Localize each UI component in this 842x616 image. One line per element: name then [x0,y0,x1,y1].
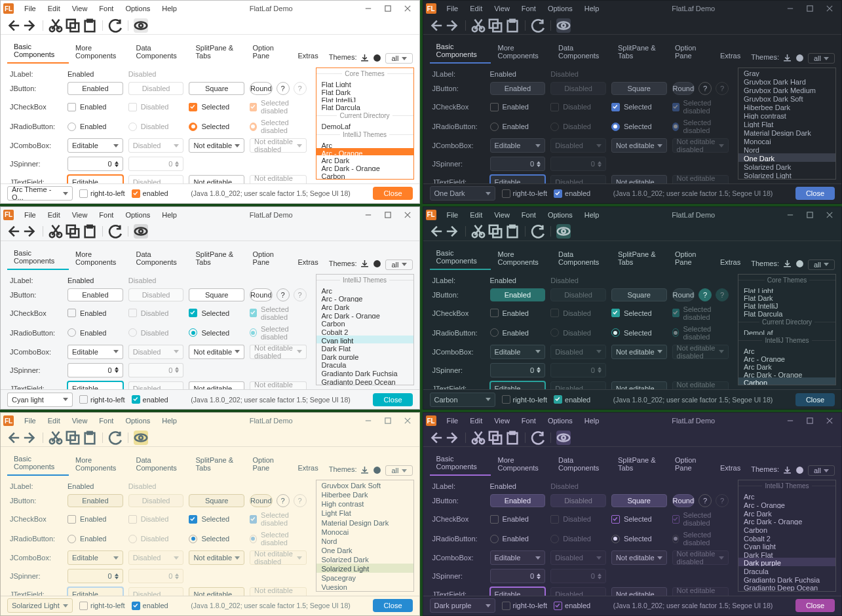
theme-item[interactable]: Nord [316,536,413,545]
rtl-checkbox[interactable]: right-to-left [79,602,125,610]
menu-view[interactable]: View [489,210,515,220]
theme-item[interactable]: Light Flat [316,508,413,517]
github-icon[interactable] [373,54,381,64]
back-icon[interactable] [6,224,20,239]
combo-editable[interactable]: Editable [490,138,546,153]
checkbox-enabled[interactable]: Enabled [490,515,546,524]
checkbox-selected[interactable]: Selected [611,103,667,111]
tab-2[interactable]: Data Components [129,453,189,476]
cut-icon[interactable] [471,224,486,239]
maximize-icon[interactable] [801,2,819,15]
combo-editable[interactable]: Editable [67,345,123,359]
theme-item[interactable]: Arc Dark - Orange [316,163,413,171]
round-button[interactable]: Round [672,82,695,95]
back-icon[interactable] [429,18,443,33]
checkbox-selected[interactable]: Selected [611,309,667,317]
refresh-icon[interactable] [531,18,545,33]
tab-1[interactable]: More Components [491,41,552,64]
help-button-1[interactable]: ? [277,82,290,95]
rtl-checkbox[interactable]: right-to-left [502,189,548,198]
theme-item[interactable]: Flat IntelliJ [738,301,835,309]
theme-item[interactable]: Arc - Orange [738,500,835,509]
forward-icon[interactable] [446,224,460,239]
enabled-button[interactable]: Enabled [67,82,123,95]
checkbox-enabled[interactable]: Enabled [67,515,123,524]
copy-icon[interactable] [488,18,503,33]
theme-item[interactable]: Gray [738,68,835,77]
tab-4[interactable]: Option Pane [246,453,292,476]
theme-item[interactable]: Hiberbee Dark [738,102,835,111]
minimize-icon[interactable] [359,414,377,427]
spinner-enabled[interactable]: 0 [67,363,123,377]
enabled-button[interactable]: Enabled [490,494,546,507]
tab-5[interactable]: Extras [292,49,325,64]
theme-item[interactable]: Flat Darcula [738,309,835,317]
menu-view[interactable]: View [489,415,515,426]
radio-enabled[interactable]: Enabled [67,328,123,337]
help-button-1[interactable]: ? [277,288,290,301]
tab-0[interactable]: Basic Components [7,452,69,476]
theme-item[interactable]: Gruvbox Dark Soft [316,480,413,490]
theme-item[interactable]: Arc Dark [316,302,413,311]
download-icon[interactable] [783,466,792,476]
refresh-icon[interactable] [531,224,545,239]
close-icon[interactable] [398,2,417,15]
refresh-icon[interactable] [108,18,123,33]
checkbox-enabled[interactable]: Enabled [67,309,123,317]
maximize-icon[interactable] [379,2,397,15]
menu-edit[interactable]: Edit [465,210,488,220]
enabled-button[interactable]: Enabled [67,288,123,301]
themes-filter-combo[interactable]: all [808,260,835,270]
combo-noteditable[interactable]: Not editable [189,550,244,565]
tab-1[interactable]: More Components [69,248,130,270]
github-icon[interactable] [373,466,381,476]
back-icon[interactable] [429,431,443,445]
spinner-enabled[interactable]: 0 [490,157,546,171]
tab-2[interactable]: Data Components [552,248,611,270]
square-button[interactable]: Square [189,494,244,507]
minimize-icon[interactable] [781,208,799,221]
close-icon[interactable] [820,208,839,221]
combo-noteditable[interactable]: Not editable [611,550,667,565]
spinner-enabled[interactable]: 0 [67,157,123,171]
textfield-noteditable[interactable]: Not editable [189,175,244,183]
menu-options[interactable]: Options [543,3,578,14]
cut-icon[interactable] [471,18,486,33]
menu-help[interactable]: Help [579,415,605,426]
tab-2[interactable]: Data Components [129,248,189,270]
menu-edit[interactable]: Edit [43,415,66,426]
back-icon[interactable] [429,224,443,239]
menu-view[interactable]: View [67,415,93,426]
theme-item[interactable]: Dracula [738,566,835,575]
textfield-editable[interactable]: Editable [67,381,123,390]
github-icon[interactable] [373,260,381,269]
cut-icon[interactable] [48,431,63,445]
tab-3[interactable]: SplitPane & Tabs [189,453,246,476]
checkbox-enabled[interactable]: Enabled [67,103,123,111]
menu-help[interactable]: Help [157,3,182,14]
theme-list[interactable]: IntelliJ ThemesArcArc - OrangeArc DarkAr… [316,274,414,386]
theme-item[interactable]: Gruvbox Dark Hard [738,77,835,85]
theme-item[interactable]: Monocai [316,527,413,536]
tab-2[interactable]: Data Components [552,453,611,476]
checkbox-selected[interactable]: Selected [611,515,667,524]
textfield-noteditable[interactable]: Not editable [611,175,667,183]
maximize-icon[interactable] [379,414,397,427]
textfield-noteditable[interactable]: Not editable [611,381,667,390]
enabled-checkbox[interactable]: enabled [132,189,168,198]
tab-3[interactable]: SplitPane & Tabs [611,453,668,476]
tab-4[interactable]: Option Pane [668,248,714,270]
menu-help[interactable]: Help [579,210,605,220]
preview-icon[interactable] [556,18,571,33]
download-icon[interactable] [783,260,792,269]
spinner-enabled[interactable]: 0 [67,569,123,583]
menu-font[interactable]: Font [94,210,119,220]
theme-item[interactable]: Arc Dark - Orange [738,370,835,377]
back-icon[interactable] [6,431,20,445]
spinner-enabled[interactable]: 0 [490,569,546,583]
round-button[interactable]: Round [672,494,695,507]
square-button[interactable]: Square [611,82,667,95]
tab-4[interactable]: Option Pane [668,41,714,64]
theme-item[interactable]: Monocai [738,136,835,145]
round-button[interactable]: Round [250,288,272,301]
